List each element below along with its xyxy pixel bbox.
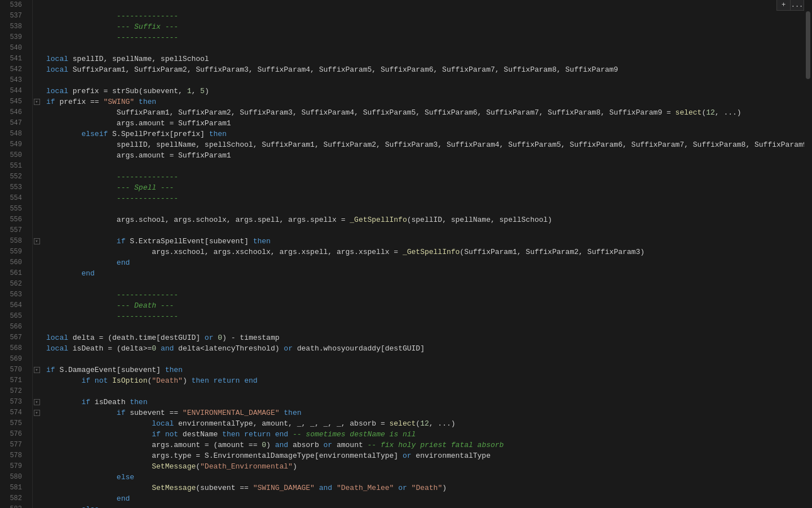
fold-marker (33, 257, 41, 268)
line-number: 544 (0, 86, 27, 97)
line-number: 556 (0, 214, 27, 225)
code-line: args.xschool, args.xschoolx, args.xspell… (46, 247, 804, 257)
code-line: SuffixParam1, SuffixParam2, SuffixParam3… (46, 107, 804, 118)
line-number: 561 (0, 268, 27, 279)
code-line (46, 43, 804, 54)
line-number: 551 (0, 161, 27, 172)
fold-marker (33, 193, 41, 204)
fold-marker (33, 172, 41, 182)
fold-marker (33, 493, 41, 504)
fold-marker[interactable]: ▾ (33, 408, 41, 418)
line-number: 549 (0, 139, 27, 150)
code-line: -------------- (46, 172, 804, 182)
fold-marker (33, 161, 41, 172)
code-line: local SuffixParam1, SuffixParam2, Suffix… (46, 64, 804, 75)
fold-marker (33, 21, 41, 32)
line-number: 564 (0, 300, 27, 311)
fold-marker (33, 472, 41, 483)
fold-marker (33, 311, 41, 322)
line-number: 548 (0, 129, 27, 139)
fold-marker (33, 461, 41, 472)
fold-marker[interactable]: ▾ (33, 236, 41, 247)
code-line: -------------- (46, 32, 804, 43)
code-line: --- Death --- (46, 300, 804, 311)
line-number: 582 (0, 493, 27, 504)
fold-marker[interactable]: ▾ (33, 365, 41, 375)
code-line: if S.DamageEvent[subevent] then (46, 365, 804, 375)
code-line: end (46, 268, 804, 279)
code-line: if S.ExtraSpellEvent[subevent] then (46, 236, 804, 247)
line-numbers-gutter: 5365375385395405415425435445455465475485… (0, 0, 33, 508)
code-content-area: -------------- --- Suffix --- ----------… (41, 0, 804, 508)
code-line: -------------- (46, 290, 804, 300)
fold-marker (33, 118, 41, 129)
line-number: 546 (0, 107, 27, 118)
line-number: 577 (0, 440, 27, 450)
fold-marker (33, 182, 41, 193)
code-line: end (46, 493, 804, 504)
code-line (46, 279, 804, 290)
fold-marker (33, 343, 41, 354)
line-number: 581 (0, 483, 27, 493)
code-line: if not IsOption("Death") then return end (46, 375, 804, 386)
fold-marker (33, 279, 41, 290)
line-number: 559 (0, 247, 27, 257)
fold-marker (33, 290, 41, 300)
code-line: --- Suffix --- (46, 21, 804, 32)
editor-top-bar: + ... (776, 0, 804, 11)
more-options-button[interactable]: ... (791, 0, 804, 10)
fold-marker (33, 322, 41, 332)
fold-marker (33, 375, 41, 386)
code-line: -------------- (46, 311, 804, 322)
fold-marker[interactable]: ▾ (33, 97, 41, 107)
line-number: 568 (0, 343, 27, 354)
fold-marker (33, 0, 41, 11)
fold-marker (33, 386, 41, 397)
code-line: args.amount = (amount == 0) and absorb o… (46, 440, 804, 450)
fold-marker (33, 129, 41, 139)
line-number: 553 (0, 182, 27, 193)
line-number: 545 (0, 97, 27, 107)
code-line: -------------- (46, 193, 804, 204)
code-line: if prefix == "SWING" then (46, 97, 804, 107)
scrollbar[interactable] (804, 0, 812, 508)
code-line: SetMessage(subevent == "SWING_DAMAGE" an… (46, 483, 804, 493)
scrollbar-thumb[interactable] (806, 11, 810, 79)
line-number: 539 (0, 32, 27, 43)
line-number: 555 (0, 204, 27, 214)
fold-marker (33, 225, 41, 236)
fold-marker (33, 150, 41, 161)
line-number: 562 (0, 279, 27, 290)
code-line (46, 225, 804, 236)
fold-marker (33, 86, 41, 97)
line-number: 565 (0, 311, 27, 322)
fold-marker (33, 54, 41, 64)
code-line (46, 0, 804, 11)
code-line (46, 161, 804, 172)
new-tab-button[interactable]: + (777, 0, 791, 10)
line-number: 575 (0, 418, 27, 429)
line-number: 574 (0, 408, 27, 418)
code-line: elseif S.SpellPrefix[prefix] then (46, 129, 804, 139)
line-number: 560 (0, 257, 27, 268)
code-line: local spellID, spellName, spellSchool (46, 54, 804, 64)
fold-marker (33, 75, 41, 86)
line-number: 538 (0, 21, 27, 32)
fold-marker[interactable]: ▾ (33, 397, 41, 408)
code-line: args.type = S.EnvironmentalDamageType[en… (46, 450, 804, 461)
line-number: 563 (0, 290, 27, 300)
fold-marker (33, 440, 41, 450)
code-line: args.school, args.schoolx, args.spell, a… (46, 214, 804, 225)
code-line: if subevent == "ENVIRONMENTAL_DAMAGE" th… (46, 408, 804, 418)
code-line: else (46, 472, 804, 483)
code-line (46, 386, 804, 397)
line-number: 547 (0, 118, 27, 129)
line-number: 573 (0, 397, 27, 408)
fold-marker (33, 43, 41, 54)
code-line (46, 322, 804, 332)
line-number: 540 (0, 43, 27, 54)
fold-marker (33, 354, 41, 365)
code-line: if not destName then return end -- somet… (46, 429, 804, 440)
code-line: local prefix = strSub(subevent, 1, 5) (46, 86, 804, 97)
line-number: 572 (0, 386, 27, 397)
